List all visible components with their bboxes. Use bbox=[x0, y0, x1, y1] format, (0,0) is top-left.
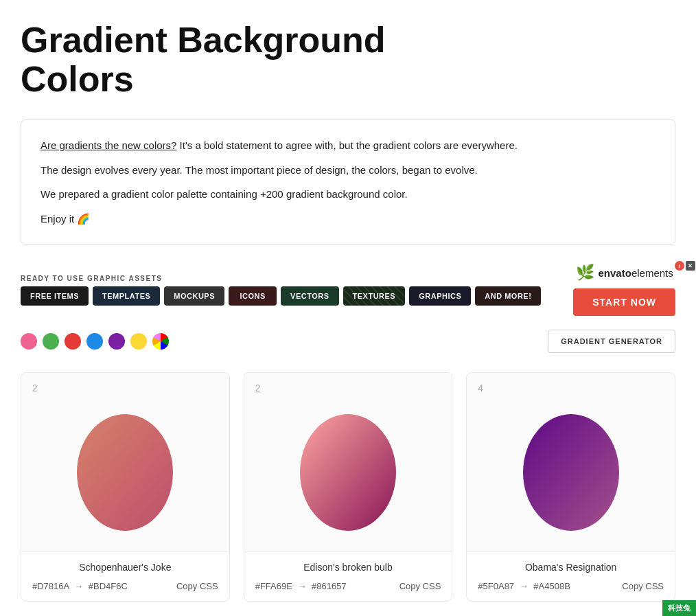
card-egg-area-3: 4 bbox=[467, 373, 675, 551]
copy-css-button-1[interactable]: Copy CSS bbox=[176, 581, 218, 591]
ad-tab-icons[interactable]: ICONS bbox=[229, 286, 277, 306]
ad-tab-textures[interactable]: TEXTURES bbox=[343, 286, 406, 306]
ad-tabs: FREE ITEMS TEMPLATES MOCKUPS ICONS VECTO… bbox=[21, 286, 541, 306]
card-number-1: 2 bbox=[32, 383, 38, 393]
card-number-3: 4 bbox=[478, 383, 483, 393]
card-footer-2: #FFA69E → #861657 Copy CSS bbox=[255, 581, 441, 591]
gradient-card-3: 4 Obama's Resignation #5F0A87 bbox=[466, 372, 675, 602]
card-colors-3: #5F0A87 → #A4508B bbox=[478, 581, 570, 591]
card-info-2: Edison's broken bulb #FFA69E → #861657 C… bbox=[244, 551, 452, 601]
envato-logo-area: 🌿 envatoelements i ✕ bbox=[576, 264, 673, 282]
ad-left: READY TO USE GRAPHIC ASSETS FREE ITEMS T… bbox=[21, 275, 541, 306]
copy-css-button-2[interactable]: Copy CSS bbox=[399, 581, 441, 591]
card-colors-1: #D7816A → #BD4F6C bbox=[32, 581, 128, 591]
svg-point-0 bbox=[77, 414, 173, 531]
svg-point-1 bbox=[300, 414, 396, 531]
copy-css-button-3[interactable]: Copy CSS bbox=[622, 581, 664, 591]
gradient-card-2: 2 Edison's broken bulb #FFA69E bbox=[244, 372, 453, 602]
ad-tab-templates[interactable]: TEMPLATES bbox=[93, 286, 160, 306]
card-name-2: Edison's broken bulb bbox=[255, 562, 441, 573]
svg-point-2 bbox=[523, 414, 619, 531]
ad-banner: READY TO USE GRAPHIC ASSETS FREE ITEMS T… bbox=[21, 264, 675, 316]
color-dot-yellow[interactable] bbox=[130, 333, 147, 350]
close-icon[interactable]: ✕ bbox=[686, 261, 695, 271]
info-icon: i bbox=[675, 261, 684, 271]
card-name-1: Schopenhauer's Joke bbox=[32, 562, 218, 573]
ad-tab-vectors[interactable]: VECTORS bbox=[281, 286, 338, 306]
color-dot-purple[interactable] bbox=[108, 333, 125, 350]
card-info-3: Obama's Resignation #5F0A87 → #A4508B Co… bbox=[467, 551, 675, 601]
watermark: 科技兔 bbox=[662, 600, 696, 616]
page-title: Gradient Background Colors bbox=[21, 21, 675, 99]
color-dot-green[interactable] bbox=[43, 333, 59, 350]
envato-brand-text: envatoelements bbox=[599, 267, 673, 279]
intro-box: Are gradients the new colors? It's a bol… bbox=[21, 119, 675, 244]
ad-label: READY TO USE GRAPHIC ASSETS bbox=[21, 275, 541, 282]
envato-leaf-icon: 🌿 bbox=[576, 264, 594, 282]
egg-shape-3 bbox=[516, 393, 626, 531]
card-info-1: Schopenhauer's Joke #D7816A → #BD4F6C Co… bbox=[21, 551, 229, 601]
card-footer-3: #5F0A87 → #A4508B Copy CSS bbox=[478, 581, 664, 591]
color-dots-row: GRADIENT GENERATOR bbox=[21, 330, 675, 353]
card-egg-area-1: 2 bbox=[21, 373, 229, 551]
ad-tab-mockups[interactable]: MOCKUPS bbox=[164, 286, 224, 306]
card-footer-1: #D7816A → #BD4F6C Copy CSS bbox=[32, 581, 218, 591]
ad-tab-free-items[interactable]: FREE ITEMS bbox=[21, 286, 89, 306]
egg-shape-2 bbox=[293, 393, 403, 531]
cards-grid: 2 Schopenhauer's Joke #D7816A bbox=[21, 372, 675, 602]
intro-link[interactable]: Are gradients the new colors? bbox=[40, 139, 176, 151]
color-dot-blue[interactable] bbox=[86, 333, 103, 350]
card-colors-2: #FFA69E → #861657 bbox=[255, 581, 347, 591]
color-dot-multicolor[interactable] bbox=[152, 333, 169, 350]
start-now-button[interactable]: START NOW bbox=[573, 288, 675, 316]
ad-tab-graphics[interactable]: GRAPHICS bbox=[409, 286, 471, 306]
card-egg-area-2: 2 bbox=[244, 373, 452, 551]
gradient-card-1: 2 Schopenhauer's Joke #D7816A bbox=[21, 372, 230, 602]
ad-tab-and-more[interactable]: AND MORE! bbox=[475, 286, 541, 306]
ad-right: 🌿 envatoelements i ✕ START NOW bbox=[573, 264, 675, 316]
card-number-2: 2 bbox=[255, 383, 261, 393]
egg-shape-1 bbox=[70, 393, 180, 531]
color-dot-pink[interactable] bbox=[21, 333, 37, 350]
card-name-3: Obama's Resignation bbox=[478, 562, 664, 573]
color-dot-red[interactable] bbox=[65, 333, 81, 350]
gradient-generator-button[interactable]: GRADIENT GENERATOR bbox=[548, 330, 675, 353]
